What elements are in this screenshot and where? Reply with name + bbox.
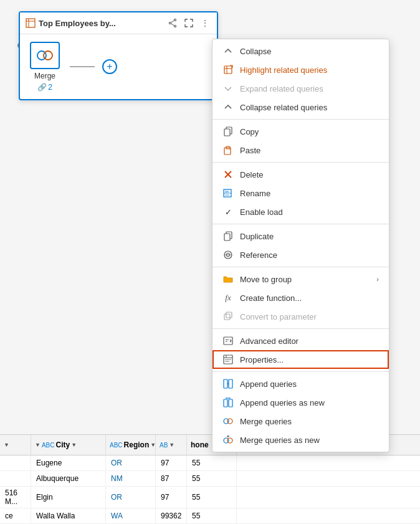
menu-label-copy: Copy (240, 127, 379, 136)
menu-item-move-to-group[interactable]: Move to group› (212, 270, 389, 288)
menu-label-move-to-group: Move to group (240, 275, 370, 284)
menu-label-paste: Paste (240, 146, 379, 155)
col-header-region[interactable]: ABC Region ▼ (106, 435, 156, 455)
svg-rect-27 (224, 314, 230, 320)
more-options-icon[interactable]: ⋮ (198, 16, 212, 30)
svg-point-9 (44, 51, 52, 60)
table-row: ceWalla WallaWA9936255 (0, 508, 420, 524)
menu-divider-paste (212, 162, 389, 163)
col-city-label: City (55, 441, 70, 449)
menu-item-duplicate[interactable]: Duplicate (212, 227, 389, 245)
table-cell (0, 455, 31, 470)
check-icon: ✓ (222, 206, 234, 217)
col-header-city[interactable]: ▼ ABC City ▼ (31, 435, 106, 455)
highlight-icon (222, 64, 234, 75)
menu-divider-properties (212, 371, 389, 372)
menu-item-merge-queries-new[interactable]: Merge queries as new (212, 431, 389, 449)
menu-item-copy[interactable]: Copy (212, 122, 389, 141)
col-header-ab[interactable]: AB ▼ (156, 435, 187, 455)
menu-label-collapse: Collapse (240, 47, 379, 56)
menu-item-reference[interactable]: Reference (212, 245, 389, 264)
table-icon (25, 17, 36, 29)
menu-item-advanced-editor[interactable]: Advanced editor (212, 331, 389, 350)
svg-rect-24 (224, 234, 230, 241)
connector-line (70, 66, 95, 67)
menu-item-collapse-related[interactable]: Collapse related queries (212, 98, 389, 117)
svg-point-46 (227, 438, 232, 443)
menu-item-rename[interactable]: Rename (212, 184, 389, 202)
table-row: EugeneOR9755 (0, 455, 420, 471)
table-cell: Albuquerque (31, 471, 106, 486)
query-title: Top Employees by... (39, 19, 163, 28)
col-filter-region[interactable]: ▼ (150, 442, 156, 448)
col-filter-num[interactable]: ▼ (4, 442, 9, 448)
context-menu: CollapseHighlight related queriesExpand … (212, 39, 389, 452)
table-cell: NM (106, 471, 156, 486)
svg-point-44 (227, 419, 232, 424)
svg-line-7 (171, 24, 174, 26)
menu-label-append-queries-new: Append queries as new (240, 398, 379, 407)
col-filter-city-right[interactable]: ▼ (71, 442, 77, 448)
menu-item-highlight-related[interactable]: Highlight related queries (212, 60, 389, 79)
table-cell: WA (106, 508, 156, 523)
svg-rect-10 (224, 66, 232, 74)
menu-divider-reference (212, 267, 389, 267)
menu-item-append-queries[interactable]: Append queries (212, 374, 389, 393)
svg-rect-40 (224, 399, 227, 407)
menu-label-duplicate: Duplicate (240, 232, 379, 241)
menu-label-rename: Rename (240, 189, 379, 198)
add-step-button[interactable]: + (102, 59, 117, 74)
svg-rect-20 (225, 191, 229, 193)
collapse-icon (222, 45, 234, 57)
table-cell: 55 (187, 471, 237, 486)
col-header-num[interactable]: ▼ (0, 435, 31, 455)
svg-point-3 (174, 19, 176, 21)
menu-item-properties[interactable]: Properties... (212, 350, 389, 369)
menu-item-enable-load[interactable]: ✓Enable load (212, 202, 389, 221)
reference-icon (222, 249, 234, 260)
svg-rect-14 (224, 129, 230, 136)
menu-label-merge-queries-new: Merge queries as new (240, 436, 379, 445)
duplicate-icon (222, 231, 234, 242)
menu-item-append-queries-new[interactable]: Append queries as new (212, 393, 389, 412)
menu-label-create-function: Create function... (240, 293, 379, 303)
svg-point-4 (174, 26, 176, 27)
table-cell: Walla Walla (31, 508, 106, 523)
query-card-body: Merge 🔗 2 + (20, 34, 217, 99)
share-icon[interactable] (166, 16, 179, 30)
paste-icon (222, 145, 234, 156)
append-new-icon (222, 397, 234, 408)
menu-divider-collapse-related (212, 119, 389, 120)
menu-label-convert-param: Convert to parameter (240, 312, 379, 322)
svg-rect-0 (26, 19, 35, 27)
table-cell (0, 471, 31, 486)
table-cell: 55 (187, 508, 237, 523)
table-cell: OR (106, 487, 156, 508)
menu-item-create-function[interactable]: fxCreate function... (212, 288, 389, 307)
menu-item-collapse[interactable]: Collapse (212, 42, 389, 60)
svg-rect-38 (229, 379, 232, 388)
menu-label-enable-load: Enable load (240, 207, 379, 217)
menu-item-merge-queries[interactable]: Merge queries (212, 412, 389, 431)
table-cell: 97 (156, 487, 187, 508)
svg-rect-37 (224, 379, 227, 388)
table-cell: 55 (187, 487, 237, 508)
append-icon (222, 378, 234, 389)
col-phone-label: hone (191, 441, 209, 449)
menu-label-advanced-editor: Advanced editor (240, 336, 379, 346)
svg-line-6 (171, 21, 174, 22)
submenu-chevron-move-to-group: › (376, 275, 379, 283)
col-filter-city-left[interactable]: ▼ (35, 442, 41, 448)
menu-label-delete: Delete (240, 170, 379, 179)
delete-icon (222, 169, 234, 180)
expand-icon[interactable] (182, 16, 196, 30)
copy-icon (222, 126, 234, 137)
table-cell: Eugene (31, 455, 106, 470)
table-cell: ce (0, 508, 31, 523)
merge-node: Merge 🔗 2 (30, 42, 60, 92)
merge-icon-box (30, 42, 60, 69)
col-filter-ab[interactable]: ▼ (169, 442, 174, 448)
menu-item-delete[interactable]: Delete (212, 165, 389, 184)
menu-item-paste[interactable]: Paste (212, 141, 389, 160)
menu-label-collapse-related: Collapse related queries (240, 103, 379, 112)
